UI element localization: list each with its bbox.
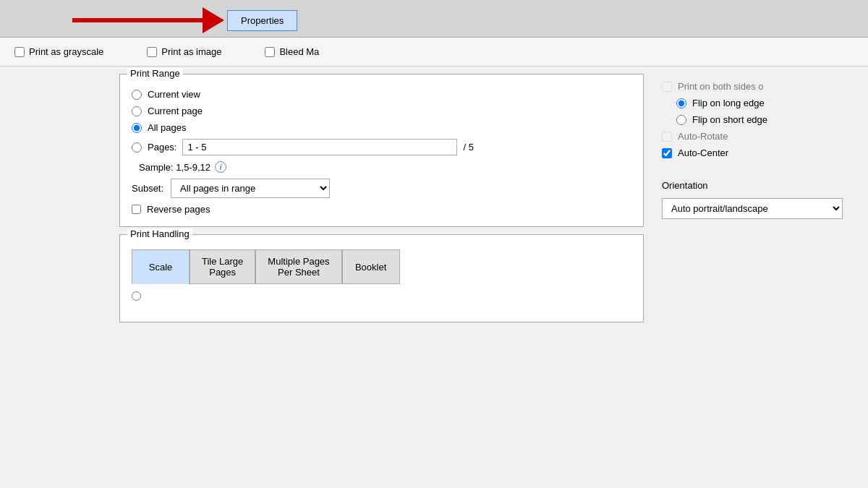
properties-button[interactable]: Properties [227,10,297,31]
auto-rotate-checkbox [662,132,672,142]
radio-pages-label: Pages: [148,142,176,153]
radio-pages-input[interactable] [132,142,142,153]
print-grayscale-checkbox[interactable] [14,47,25,57]
main-content: Print Range Current view Current page Al… [0,67,868,488]
sample-label: Sample: 1,5-9,12 [139,162,210,173]
auto-center-item: Auto-Center [662,147,861,158]
top-bar: Properties [0,0,868,38]
tab-content [132,284,631,310]
subset-row: Subset: All pages in range [132,179,631,198]
flip-short-edge-radio[interactable] [676,115,686,125]
print-range-title: Print Range [127,68,183,79]
radio-current-view-label: Current view [148,89,200,100]
reverse-pages-checkbox[interactable] [132,205,141,214]
radio-current-page-input[interactable] [132,106,142,116]
bleed-marks-checkbox[interactable] [265,47,275,57]
print-image-checkbox[interactable] [147,47,157,57]
reverse-pages-label: Reverse pages [147,204,210,215]
subset-select[interactable]: All pages in range [171,179,330,198]
scale-radio[interactable] [132,291,141,301]
tab-booklet[interactable]: Booklet [342,249,400,284]
info-icon[interactable]: i [215,161,226,173]
orientation-title: Orientation [662,180,861,191]
tab-multiple-pages[interactable]: Multiple Pages Per Sheet [255,249,341,284]
flip-long-edge-radio[interactable] [676,98,686,108]
bleed-marks-label: Bleed Ma [279,46,319,57]
reverse-row: Reverse pages [132,204,631,215]
pages-input[interactable] [182,139,457,155]
subset-label: Subset: [132,183,163,194]
orientation-group: Orientation Auto portrait/landscape [662,180,861,219]
print-grayscale-label: Print as grayscale [29,46,103,57]
right-panel: Print on both sides o Flip on long edge … [651,67,868,488]
duplex-group: Print on both sides o Flip on long edge … [662,74,861,166]
orientation-select[interactable]: Auto portrait/landscape [662,198,843,219]
arrow-indicator: Properties [72,7,297,33]
total-pages: / 5 [463,142,473,153]
left-panel: Print Range Current view Current page Al… [0,67,651,488]
radio-current-view: Current view [132,89,631,100]
flip-short-edge-label: Flip on short edge [692,114,767,125]
radio-current-page-label: Current page [148,106,203,116]
sample-row: Sample: 1,5-9,12 i [132,161,631,173]
auto-center-label: Auto-Center [678,147,728,158]
print-range-group: Print Range Current view Current page Al… [119,74,644,227]
auto-rotate-label: Auto-Rotate [678,131,728,142]
flip-long-edge-item: Flip on long edge [662,98,861,108]
radio-current-page: Current page [132,106,631,116]
auto-rotate-item: Auto-Rotate [662,131,861,142]
checkboxes-row: Print as grayscale Print as image Bleed … [0,38,868,67]
tab-scale[interactable]: Scale [132,249,190,284]
print-both-sides-item: Print on both sides o [662,81,861,92]
print-handling-title: Print Handling [127,228,192,239]
print-image-label: Print as image [161,46,221,57]
print-grayscale-item: Print as grayscale [14,46,103,57]
radio-all-pages: All pages [132,122,631,133]
print-both-sides-label: Print on both sides o [678,81,764,92]
flip-short-edge-item: Flip on short edge [662,114,861,125]
red-arrow [203,7,224,33]
tab-tile-large[interactable]: Tile Large Pages [190,249,255,284]
flip-long-edge-label: Flip on long edge [692,98,765,108]
print-image-item: Print as image [147,46,221,57]
print-range-content: Current view Current page All pages Page… [132,89,631,215]
tabs-row: Scale Tile Large Pages Multiple Pages Pe… [132,249,631,284]
radio-pages: Pages: [132,142,176,153]
print-both-sides-checkbox [662,82,672,92]
red-line [72,18,203,22]
print-handling-group: Print Handling Scale Tile Large Pages Mu… [119,234,644,322]
radio-all-pages-label: All pages [148,122,186,133]
auto-center-checkbox[interactable] [662,148,672,158]
bleed-marks-item: Bleed Ma [265,46,319,57]
pages-row: Pages: / 5 [132,139,631,155]
radio-all-pages-input[interactable] [132,123,142,133]
print-handling-content: Scale Tile Large Pages Multiple Pages Pe… [132,249,631,310]
radio-current-view-input[interactable] [132,90,142,100]
